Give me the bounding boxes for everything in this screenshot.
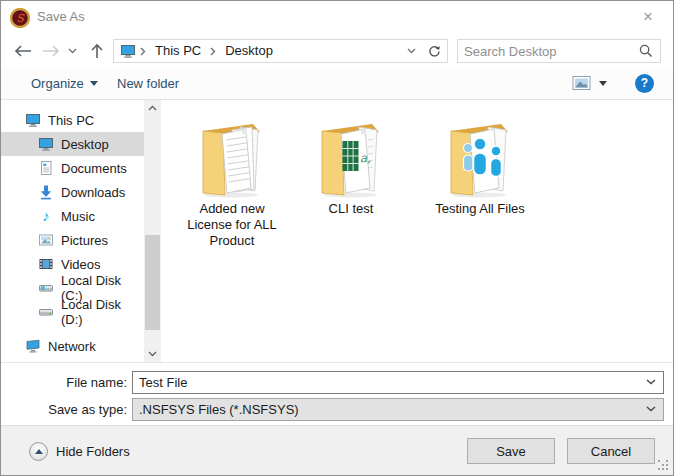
sidebar-item-label: Local Disk (D:) [61, 297, 144, 327]
folder-people-icon [442, 114, 518, 198]
navigation-pane: This PC Desktop Documents Downloads ♪ Mu… [1, 100, 144, 362]
sidebar-item-this-pc[interactable]: This PC [1, 108, 144, 132]
search-box [457, 39, 661, 63]
pictures-icon [38, 232, 54, 248]
new-folder-label: New folder [117, 76, 179, 91]
save-button[interactable]: Save [467, 438, 555, 464]
help-button[interactable]: ? [635, 67, 654, 99]
chevron-right-icon [210, 47, 216, 56]
sidebar-item-label: Network [48, 339, 96, 354]
hide-folders-label: Hide Folders [56, 444, 130, 459]
network-icon [25, 338, 41, 354]
file-fields-area: File name: Save as type: .NSFSYS Files (… [1, 362, 673, 425]
app-icon: S [10, 8, 30, 28]
content-area: This PC Desktop Documents Downloads ♪ Mu… [1, 100, 673, 362]
sidebar-item-label: Videos [61, 257, 101, 272]
save-as-type-select[interactable]: .NSFSYS Files (*.NSFSYS) [132, 398, 664, 421]
collapse-up-icon [29, 442, 48, 461]
disk-d-icon [38, 304, 54, 320]
folder-item-added-new-license[interactable]: Added new License for ALL Product [173, 114, 291, 249]
scroll-down-button[interactable] [144, 346, 161, 362]
folder-item-testing-all-files[interactable]: Testing All Files [413, 114, 547, 217]
cancel-button-label: Cancel [591, 444, 631, 459]
file-name-label: File name: [1, 371, 127, 394]
up-button[interactable] [85, 40, 109, 62]
sidebar-item-desktop[interactable]: Desktop [1, 132, 144, 156]
folder-item-label: Added new License for ALL Product [180, 201, 284, 249]
navigation-bar: This PC Desktop [1, 35, 673, 67]
save-as-dialog: S Save As × This PC [0, 0, 674, 476]
help-icon: ? [635, 74, 654, 93]
this-pc-icon [120, 43, 136, 59]
chevron-right-icon [140, 47, 146, 56]
sidebar-item-label: Pictures [61, 233, 108, 248]
organize-label: Organize [31, 76, 84, 91]
save-as-type-value: .NSFSYS Files (*.NSFSYS) [132, 398, 664, 421]
documents-icon [38, 160, 54, 176]
breadcrumb-chevron[interactable] [208, 47, 218, 56]
folder-item-cli-test[interactable]: a, CLI test [295, 114, 407, 217]
location-icon-button[interactable] [114, 43, 138, 59]
save-button-label: Save [496, 444, 526, 459]
sidebar-item-music[interactable]: ♪ Music [1, 204, 144, 228]
views-button[interactable] [572, 67, 591, 99]
sidebar-item-label: Music [61, 209, 95, 224]
file-list: Added new License for ALL Product a, CLI… [161, 100, 673, 362]
save-as-type-label: Save as type: [1, 398, 127, 421]
window-title: Save As [37, 1, 85, 33]
sidebar-item-label: Desktop [61, 137, 109, 152]
breadcrumb: This PC Desktop [113, 39, 423, 63]
search-icon[interactable] [639, 44, 653, 58]
svg-text:a,: a, [360, 151, 371, 165]
sidebar-item-downloads[interactable]: Downloads [1, 180, 144, 204]
sidebar-item-network[interactable]: Network [1, 334, 144, 358]
title-bar[interactable]: S Save As × [1, 1, 673, 35]
chevron-down-icon [148, 351, 157, 357]
sidebar-item-label: This PC [48, 113, 94, 128]
address-dropdown-button[interactable] [401, 40, 422, 62]
back-button[interactable] [11, 40, 35, 62]
folder-spreadsheet-icon: a, [313, 114, 389, 198]
this-pc-icon [25, 112, 41, 128]
cancel-button[interactable]: Cancel [567, 438, 655, 464]
chevron-down-icon [68, 48, 77, 54]
downloads-icon [38, 184, 54, 200]
file-name-combobox [132, 371, 664, 394]
new-folder-button[interactable]: New folder [117, 67, 179, 99]
search-input[interactable] [464, 41, 632, 61]
hide-folders-button[interactable]: Hide Folders [29, 439, 130, 463]
folder-item-label: CLI test [329, 201, 374, 217]
chevron-down-icon[interactable] [646, 379, 656, 385]
views-dropdown-button[interactable] [599, 67, 607, 99]
resize-grip-icon[interactable] [658, 460, 660, 462]
sidebar-item-pictures[interactable]: Pictures [1, 228, 144, 252]
close-icon: × [643, 7, 653, 27]
sidebar-item-local-disk-d[interactable]: Local Disk (D:) [1, 300, 144, 324]
close-button[interactable]: × [631, 3, 665, 31]
recent-locations-button[interactable] [64, 40, 80, 62]
desktop-icon [38, 136, 54, 152]
disk-c-icon [38, 280, 54, 296]
forward-button[interactable] [39, 40, 63, 62]
dialog-footer: Hide Folders Save Cancel [1, 425, 673, 475]
scroll-up-button[interactable] [144, 100, 161, 116]
sidebar-item-label: Downloads [61, 185, 125, 200]
refresh-icon [428, 45, 441, 58]
organize-button[interactable]: Organize [31, 67, 98, 99]
breadcrumb-chevron[interactable] [138, 47, 148, 56]
chevron-down-icon [646, 406, 656, 412]
refresh-button[interactable] [422, 39, 448, 63]
back-icon [14, 45, 32, 57]
views-icon [572, 75, 591, 91]
file-name-input[interactable] [132, 371, 664, 394]
videos-icon [38, 256, 54, 272]
sidebar-item-label: Documents [61, 161, 127, 176]
breadcrumb-segment-desktop[interactable]: Desktop [218, 40, 280, 62]
sidebar-item-documents[interactable]: Documents [1, 156, 144, 180]
folder-documents-icon [194, 114, 270, 198]
folder-item-label: Testing All Files [435, 201, 525, 217]
up-icon [91, 43, 103, 59]
breadcrumb-segment-this-pc[interactable]: This PC [148, 40, 208, 62]
scrollbar-thumb[interactable] [145, 235, 160, 330]
sidebar-scrollbar[interactable] [144, 100, 161, 362]
